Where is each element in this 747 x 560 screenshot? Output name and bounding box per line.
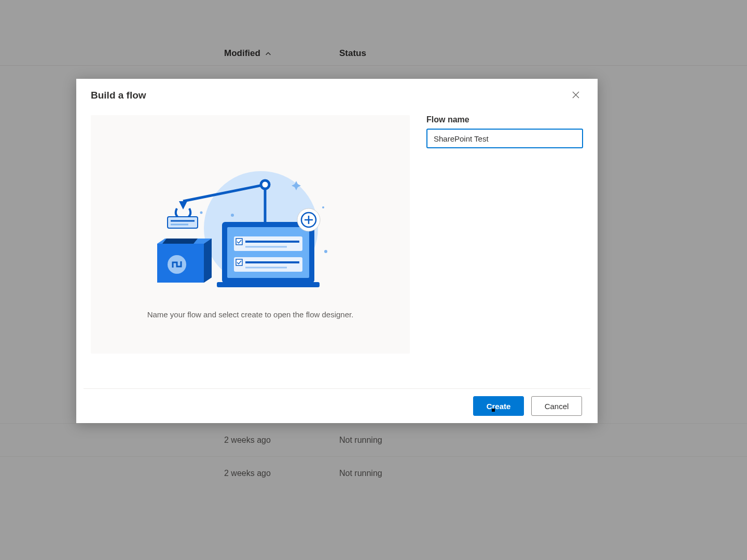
svg-rect-16 [234, 236, 302, 251]
create-button[interactable]: Create [473, 396, 524, 416]
svg-point-7 [261, 180, 269, 189]
flow-illustration [152, 166, 349, 296]
svg-rect-21 [236, 259, 242, 265]
build-flow-modal: Build a flow [76, 79, 598, 423]
svg-point-2 [231, 214, 234, 217]
svg-point-3 [200, 211, 202, 214]
modal-body: Name your flow and select create to open… [76, 109, 598, 388]
modal-footer: Create Cancel [84, 388, 590, 423]
cancel-button[interactable]: Cancel [531, 396, 582, 416]
svg-rect-20 [234, 257, 302, 272]
modal-title: Build a flow [91, 90, 146, 101]
close-button[interactable] [568, 87, 584, 104]
mouse-cursor [492, 409, 495, 412]
modal-header: Build a flow [76, 79, 598, 109]
flow-name-label: Flow name [426, 115, 583, 124]
illustration-caption: Name your flow and select create to open… [147, 310, 354, 319]
svg-rect-17 [236, 239, 242, 245]
svg-rect-9 [168, 217, 198, 228]
svg-point-4 [324, 250, 327, 253]
form-panel: Flow name [426, 115, 583, 388]
svg-point-5 [322, 206, 324, 208]
illustration-panel: Name your flow and select create to open… [91, 115, 410, 354]
flow-name-input[interactable] [426, 129, 583, 148]
close-icon [572, 91, 580, 101]
svg-rect-15 [217, 282, 320, 287]
